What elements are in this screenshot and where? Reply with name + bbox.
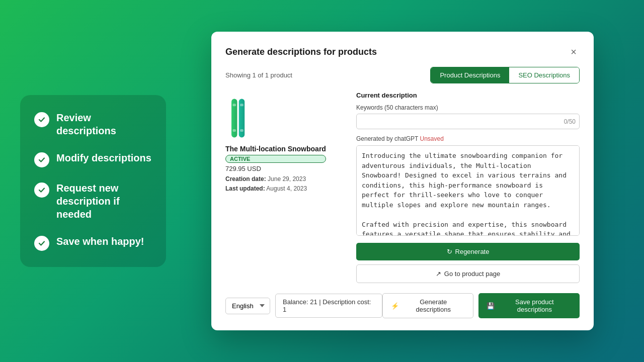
generate-label: Generate descriptions <box>402 298 465 313</box>
product-name: The Multi-location Snowboard <box>225 145 326 153</box>
save-product-descriptions-button[interactable]: 💾 Save product descriptions <box>478 293 580 318</box>
go-to-product-label: Go to product page <box>444 270 500 278</box>
svg-rect-2 <box>232 129 236 132</box>
checklist-label-save: Save when happy! <box>56 235 144 248</box>
last-updated-row: Last updated: August 4, 2023 <box>225 184 326 194</box>
product-card: The Multi-location Snowboard ACTIVE 729.… <box>225 96 346 194</box>
product-status-badge: ACTIVE <box>225 155 326 163</box>
tab-seo-descriptions[interactable]: SEO Descriptions <box>509 67 579 83</box>
unsaved-badge: Unsaved <box>420 135 444 142</box>
tabs-row: Showing 1 of 1 product Product Descripti… <box>225 67 580 83</box>
footer-right: ⚡ Generate descriptions 💾 Save product d… <box>382 293 580 318</box>
product-meta: Creation date: June 29, 2023 Last update… <box>225 174 326 194</box>
generated-label: Generated by chatGPT Unsaved <box>356 135 580 142</box>
svg-rect-5 <box>240 129 244 132</box>
description-panel: Current description Keywords (50 charact… <box>356 92 580 283</box>
keywords-input-wrap: 0/50 <box>356 114 580 129</box>
checklist-item-review: Review descriptions <box>34 111 152 137</box>
product-info: The Multi-location Snowboard ACTIVE 729.… <box>225 145 326 194</box>
description-textarea[interactable] <box>356 145 580 236</box>
last-updated-label: Last updated: <box>225 185 265 192</box>
go-to-product-button[interactable]: ↗ Go to product page <box>356 264 580 283</box>
last-updated-value: August 4, 2023 <box>266 185 307 192</box>
regenerate-button[interactable]: ↻ Regenerate <box>356 243 580 260</box>
check-icon-request <box>34 183 49 198</box>
svg-rect-1 <box>232 104 236 106</box>
product-price: 729.95 USD <box>225 165 326 172</box>
keywords-input[interactable] <box>356 114 580 129</box>
showing-text: Showing 1 of 1 product <box>225 71 292 79</box>
generate-icon: ⚡ <box>391 302 399 310</box>
checklist-label-request: Request new description if needed <box>56 182 152 221</box>
save-icon: 💾 <box>487 302 495 310</box>
generate-descriptions-button[interactable]: ⚡ Generate descriptions <box>382 293 473 318</box>
checklist-label-review: Review descriptions <box>56 111 152 137</box>
close-button[interactable]: × <box>568 46 580 58</box>
check-icon-modify <box>34 152 49 167</box>
desc-section-title: Current description <box>356 92 580 99</box>
creation-date-row: Creation date: June 29, 2023 <box>225 174 326 184</box>
keywords-label: Keywords (50 characters max) <box>356 104 580 111</box>
modal-footer: English French Spanish German Italian Ba… <box>225 291 580 318</box>
tab-group: Product Descriptions SEO Descriptions <box>430 67 580 83</box>
left-panel: Review descriptions Modify descriptions … <box>20 95 166 267</box>
modal-header: Generate descriptions for products × <box>225 46 580 58</box>
tab-product-descriptions[interactable]: Product Descriptions <box>431 67 509 83</box>
go-to-product-icon: ↗ <box>436 270 441 278</box>
product-panel: The Multi-location Snowboard ACTIVE 729.… <box>225 92 346 283</box>
checklist-label-modify: Modify descriptions <box>56 151 151 164</box>
balance-badge: Balance: 21 | Description cost: 1 <box>275 294 382 318</box>
regenerate-icon: ↻ <box>447 248 452 255</box>
regenerate-label: Regenerate <box>455 248 490 255</box>
check-icon-save <box>34 236 49 251</box>
svg-rect-4 <box>240 104 244 106</box>
checklist-item-request: Request new description if needed <box>34 182 152 221</box>
product-image <box>225 96 256 141</box>
modal: Generate descriptions for products × Sho… <box>211 32 594 330</box>
check-icon-review <box>34 112 49 127</box>
save-label: Save product descriptions <box>498 298 572 313</box>
language-select[interactable]: English French Spanish German Italian <box>225 298 270 314</box>
checklist-item-modify: Modify descriptions <box>34 151 152 167</box>
char-count: 0/50 <box>564 118 576 125</box>
content-area: The Multi-location Snowboard ACTIVE 729.… <box>225 92 580 283</box>
generated-by-text: Generated by chatGPT <box>356 135 418 142</box>
creation-date-value: June 29, 2023 <box>268 175 306 183</box>
creation-date-label: Creation date: <box>225 175 266 183</box>
checklist-item-save: Save when happy! <box>34 235 152 251</box>
modal-title: Generate descriptions for products <box>225 47 377 57</box>
